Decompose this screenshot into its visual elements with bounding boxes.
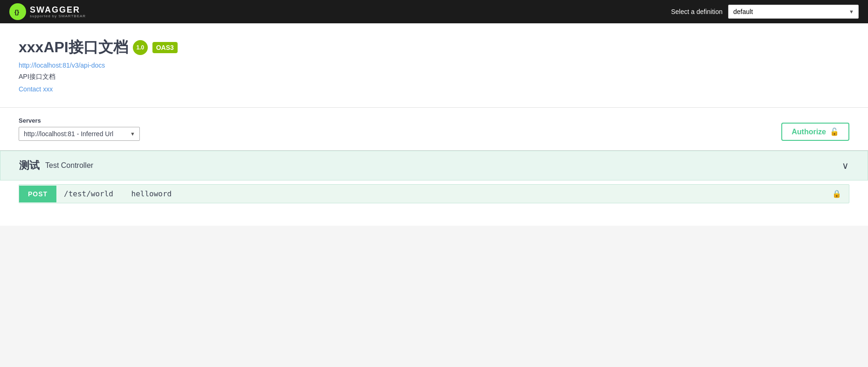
endpoint-path: /test/world helloword — [56, 185, 825, 203]
endpoint-path-text: /test/world — [64, 189, 113, 198]
authorize-label: Authorize — [792, 128, 826, 136]
servers-left: Servers http://localhost:81 - Inferred U… — [19, 117, 140, 141]
controller-tag: 测试 — [19, 159, 40, 173]
controller-section-test: 测试 Test Controller ∨ POST /test/world he… — [0, 151, 868, 203]
controller-title: 测试 Test Controller — [19, 159, 93, 173]
endpoint-summary: helloword — [131, 189, 172, 198]
header-left: {} swagger supported by SMARTBEAR — [9, 3, 86, 20]
endpoint-lock-icon: 🔒 — [825, 185, 849, 203]
main-content: xxxAPI接口文档 1.0 OAS3 http://localhost:81/… — [0, 23, 868, 107]
authorize-button[interactable]: Authorize 🔓 — [781, 123, 849, 141]
api-title-section: xxxAPI接口文档 1.0 OAS3 http://localhost:81/… — [19, 37, 849, 93]
definition-select[interactable]: default — [728, 5, 859, 19]
app-header: {} swagger supported by SMARTBEAR Select… — [0, 0, 868, 23]
endpoint-row-post-test-world[interactable]: POST /test/world helloword 🔒 — [19, 184, 849, 203]
lock-icon: 🔓 — [830, 127, 839, 136]
chevron-down-icon: ∨ — [842, 160, 849, 171]
smartbear-label: supported by SMARTBEAR — [30, 14, 86, 18]
controller-description: Test Controller — [45, 161, 93, 170]
api-description: API接口文档 — [19, 73, 849, 81]
contact-link[interactable]: Contact xxx — [19, 85, 53, 93]
header-right: Select a definition default — [671, 5, 859, 19]
swagger-logo: {} swagger supported by SMARTBEAR — [9, 3, 86, 20]
servers-select-wrapper[interactable]: http://localhost:81 - Inferred Url — [19, 127, 140, 141]
version-badge: 1.0 — [133, 40, 148, 55]
oas3-badge: OAS3 — [152, 42, 178, 53]
swagger-logo-icon: {} — [9, 3, 26, 20]
content-area: 测试 Test Controller ∨ POST /test/world he… — [0, 151, 868, 226]
api-title: xxxAPI接口文档 — [19, 37, 128, 58]
swagger-title: swagger — [30, 6, 86, 14]
swagger-logo-text: swagger supported by SMARTBEAR — [30, 6, 86, 18]
svg-text:{}: {} — [14, 8, 19, 15]
definition-select-wrapper[interactable]: default — [728, 5, 859, 19]
api-title-row: xxxAPI接口文档 1.0 OAS3 — [19, 37, 849, 58]
servers-section: Servers http://localhost:81 - Inferred U… — [0, 107, 868, 150]
api-url-link[interactable]: http://localhost:81/v3/api-docs — [19, 62, 849, 69]
servers-label: Servers — [19, 117, 140, 124]
controller-header-test[interactable]: 测试 Test Controller ∨ — [0, 151, 868, 180]
definition-label: Select a definition — [671, 8, 723, 15]
method-badge-post: POST — [19, 186, 56, 202]
servers-select[interactable]: http://localhost:81 - Inferred Url — [19, 127, 140, 141]
